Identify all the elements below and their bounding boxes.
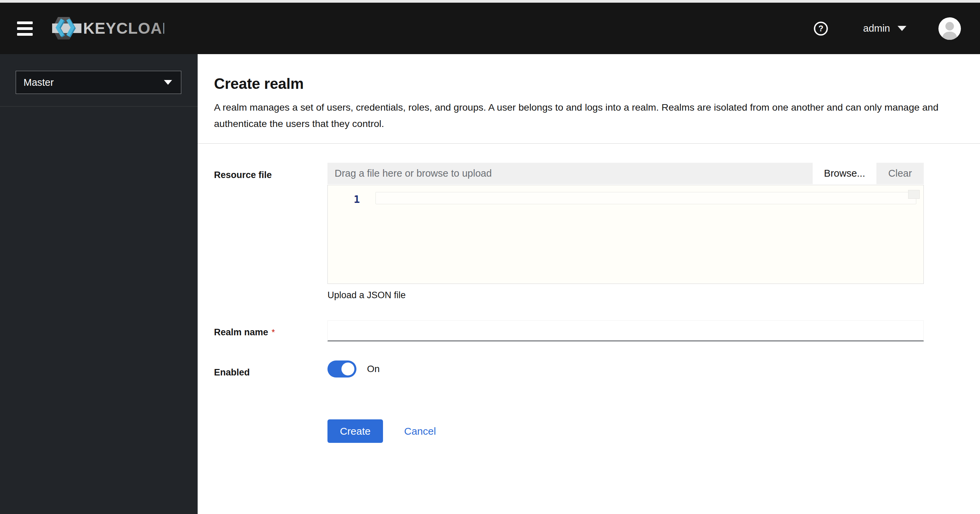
enabled-field: On [328,360,924,378]
realm-name-label: Realm name* [214,320,328,341]
resource-file-field: Drag a file here or browse to upload Bro… [328,163,924,301]
toggle-state-label: On [367,363,380,374]
hamburger-bar [17,33,33,36]
help-icon: ? [813,21,828,36]
nav-toggle-button[interactable] [17,21,33,36]
hamburger-bar [17,27,33,30]
page-description: A realm manages a set of users, credenti… [214,99,950,132]
editor-active-line[interactable] [375,192,916,204]
realm-selector[interactable]: Master [16,71,181,94]
realm-selector-value: Master [24,77,54,88]
realm-name-input[interactable] [328,320,924,341]
username: admin [863,23,890,34]
realm-name-row: Realm name* [214,320,924,341]
enabled-row: Enabled On [214,360,924,378]
realm-selector-wrap: Master [0,54,197,94]
sidebar: Master [0,54,197,514]
required-asterisk: * [272,327,275,337]
clear-button[interactable]: Clear [877,163,924,184]
chevron-down-icon [897,26,907,31]
form-actions: Create Cancel [328,419,924,443]
file-drop-placeholder: Drag a file here or browse to upload [335,168,492,179]
create-realm-form: Resource file Drag a file here or browse… [197,144,980,443]
realm-name-label-text: Realm name [214,327,268,337]
enabled-label: Enabled [214,360,328,378]
realm-name-field-wrap [328,320,924,341]
avatar[interactable] [939,17,961,40]
masthead: KEYCLOAK ? admin [0,3,980,54]
keycloak-logo-graphic: KEYCLOAK [52,16,164,41]
cancel-button[interactable]: Cancel [404,425,436,437]
file-drop-zone[interactable]: Drag a file here or browse to upload Bro… [328,163,924,184]
sidebar-divider [0,106,197,106]
page-layout: Master Create realm A realm manages a se… [0,54,980,514]
masthead-right: ? admin [813,17,961,40]
enabled-toggle[interactable] [328,360,356,378]
actions-row: Create Cancel [214,419,924,443]
help-button[interactable]: ? [813,21,828,36]
hamburger-bar [17,21,33,24]
keycloak-logo: KEYCLOAK [52,16,164,41]
brand-text: KEYCLOAK [83,19,164,37]
main-content: Create realm A realm manages a set of us… [197,54,980,514]
user-dropdown[interactable]: admin [861,22,908,34]
browser-edge-strip [0,0,980,3]
resource-file-row: Resource file Drag a file here or browse… [214,163,924,301]
editor-line-number: 1 [350,194,360,205]
editor-scrollbar-corner [908,190,920,199]
resource-file-helper: Upload a JSON file [328,290,924,301]
svg-text:?: ? [818,24,824,33]
toggle-knob [341,363,355,376]
browse-button[interactable]: Browse... [813,163,877,184]
resource-file-label: Resource file [214,163,328,301]
page-header: Create realm A realm manages a set of us… [197,54,980,132]
create-button[interactable]: Create [328,419,383,443]
json-code-editor[interactable]: 1 [328,185,924,284]
chevron-down-icon [164,80,172,85]
actions-spacer [214,419,328,443]
page-title: Create realm [214,75,950,92]
avatar-icon [939,17,961,40]
